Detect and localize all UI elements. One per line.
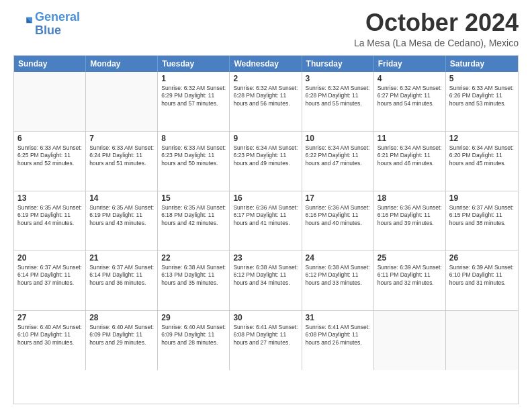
day-number: 4 xyxy=(378,74,442,83)
calendar-cell: 8Sunrise: 6:33 AM Sunset: 6:23 PM Daylig… xyxy=(158,132,230,191)
calendar-cell: 21Sunrise: 6:37 AM Sunset: 6:14 PM Dayli… xyxy=(86,251,158,310)
day-number: 1 xyxy=(161,74,226,83)
calendar-cell xyxy=(374,311,446,370)
day-number: 27 xyxy=(17,313,82,322)
calendar-cell: 1Sunrise: 6:32 AM Sunset: 6:29 PM Daylig… xyxy=(158,72,230,131)
calendar-cell: 18Sunrise: 6:36 AM Sunset: 6:16 PM Dayli… xyxy=(374,191,446,250)
calendar-cell: 19Sunrise: 6:37 AM Sunset: 6:15 PM Dayli… xyxy=(446,191,518,250)
day-number: 2 xyxy=(233,74,298,83)
calendar-cell: 15Sunrise: 6:35 AM Sunset: 6:18 PM Dayli… xyxy=(158,191,230,250)
month-title: October 2024 xyxy=(354,11,519,35)
header: General Blue October 2024 La Mesa (La Me… xyxy=(13,11,519,48)
logo: General Blue xyxy=(13,11,80,38)
header-day-saturday: Saturday xyxy=(446,56,518,72)
day-detail: Sunrise: 6:35 AM Sunset: 6:19 PM Dayligh… xyxy=(89,204,154,227)
day-number: 9 xyxy=(233,134,298,143)
day-number: 20 xyxy=(17,253,82,263)
calendar-cell: 12Sunrise: 6:34 AM Sunset: 6:20 PM Dayli… xyxy=(446,132,518,191)
calendar-cell: 11Sunrise: 6:34 AM Sunset: 6:21 PM Dayli… xyxy=(374,132,446,191)
day-number: 30 xyxy=(233,313,298,322)
day-number: 28 xyxy=(89,313,154,322)
calendar-row-2: 13Sunrise: 6:35 AM Sunset: 6:19 PM Dayli… xyxy=(14,191,518,250)
calendar-cell: 6Sunrise: 6:33 AM Sunset: 6:25 PM Daylig… xyxy=(14,132,86,191)
day-number: 12 xyxy=(449,134,515,143)
day-detail: Sunrise: 6:32 AM Sunset: 6:28 PM Dayligh… xyxy=(306,85,370,107)
day-detail: Sunrise: 6:33 AM Sunset: 6:25 PM Dayligh… xyxy=(17,144,82,167)
header-day-thursday: Thursday xyxy=(302,56,374,72)
day-detail: Sunrise: 6:32 AM Sunset: 6:28 PM Dayligh… xyxy=(233,85,298,107)
calendar-cell: 5Sunrise: 6:33 AM Sunset: 6:26 PM Daylig… xyxy=(446,72,518,131)
day-detail: Sunrise: 6:32 AM Sunset: 6:27 PM Dayligh… xyxy=(378,85,442,107)
calendar-cell: 9Sunrise: 6:34 AM Sunset: 6:23 PM Daylig… xyxy=(230,132,302,191)
day-number: 15 xyxy=(161,193,226,203)
day-detail: Sunrise: 6:40 AM Sunset: 6:09 PM Dayligh… xyxy=(89,324,154,347)
day-number: 26 xyxy=(449,253,515,263)
logo-text: General Blue xyxy=(35,11,80,38)
day-detail: Sunrise: 6:34 AM Sunset: 6:22 PM Dayligh… xyxy=(306,144,370,167)
page: General Blue October 2024 La Mesa (La Me… xyxy=(0,0,532,411)
day-number: 18 xyxy=(378,193,442,203)
calendar-cell: 17Sunrise: 6:36 AM Sunset: 6:16 PM Dayli… xyxy=(302,191,374,250)
day-detail: Sunrise: 6:41 AM Sunset: 6:08 PM Dayligh… xyxy=(233,324,298,347)
calendar-cell: 24Sunrise: 6:38 AM Sunset: 6:12 PM Dayli… xyxy=(302,251,374,310)
calendar-cell: 31Sunrise: 6:41 AM Sunset: 6:08 PM Dayli… xyxy=(302,311,374,370)
logo-icon xyxy=(13,15,32,34)
header-day-sunday: Sunday xyxy=(14,56,86,72)
day-detail: Sunrise: 6:36 AM Sunset: 6:16 PM Dayligh… xyxy=(378,204,442,227)
day-number: 8 xyxy=(161,134,226,143)
day-detail: Sunrise: 6:34 AM Sunset: 6:23 PM Dayligh… xyxy=(233,144,298,167)
header-day-tuesday: Tuesday xyxy=(158,56,230,72)
day-number: 24 xyxy=(306,253,370,263)
calendar-cell: 13Sunrise: 6:35 AM Sunset: 6:19 PM Dayli… xyxy=(14,191,86,250)
day-number: 23 xyxy=(233,253,298,263)
calendar-cell: 29Sunrise: 6:40 AM Sunset: 6:09 PM Dayli… xyxy=(158,311,230,370)
calendar-cell: 14Sunrise: 6:35 AM Sunset: 6:19 PM Dayli… xyxy=(86,191,158,250)
calendar-cell: 16Sunrise: 6:36 AM Sunset: 6:17 PM Dayli… xyxy=(230,191,302,250)
calendar-row-3: 20Sunrise: 6:37 AM Sunset: 6:14 PM Dayli… xyxy=(14,250,518,310)
calendar: SundayMondayTuesdayWednesdayThursdayFrid… xyxy=(13,55,519,404)
title-block: October 2024 La Mesa (La Mesa de Cedano)… xyxy=(354,11,519,48)
day-number: 16 xyxy=(233,193,298,203)
calendar-cell xyxy=(446,311,518,370)
day-detail: Sunrise: 6:35 AM Sunset: 6:18 PM Dayligh… xyxy=(161,204,226,227)
day-number: 14 xyxy=(89,193,154,203)
day-number: 5 xyxy=(449,74,515,83)
header-day-friday: Friday xyxy=(374,56,446,72)
calendar-row-0: 1Sunrise: 6:32 AM Sunset: 6:29 PM Daylig… xyxy=(14,72,518,131)
header-day-wednesday: Wednesday xyxy=(230,56,302,72)
day-detail: Sunrise: 6:34 AM Sunset: 6:20 PM Dayligh… xyxy=(449,144,515,167)
calendar-cell: 25Sunrise: 6:39 AM Sunset: 6:11 PM Dayli… xyxy=(374,251,446,310)
calendar-row-1: 6Sunrise: 6:33 AM Sunset: 6:25 PM Daylig… xyxy=(14,131,518,191)
day-detail: Sunrise: 6:40 AM Sunset: 6:09 PM Dayligh… xyxy=(161,324,226,347)
calendar-cell: 26Sunrise: 6:39 AM Sunset: 6:10 PM Dayli… xyxy=(446,251,518,310)
day-detail: Sunrise: 6:37 AM Sunset: 6:15 PM Dayligh… xyxy=(449,204,515,227)
day-detail: Sunrise: 6:36 AM Sunset: 6:17 PM Dayligh… xyxy=(233,204,298,227)
day-detail: Sunrise: 6:38 AM Sunset: 6:12 PM Dayligh… xyxy=(233,264,298,287)
day-number: 31 xyxy=(306,313,370,322)
day-number: 11 xyxy=(378,134,442,143)
calendar-cell: 7Sunrise: 6:33 AM Sunset: 6:24 PM Daylig… xyxy=(86,132,158,191)
day-number: 17 xyxy=(306,193,370,203)
calendar-cell: 22Sunrise: 6:38 AM Sunset: 6:13 PM Dayli… xyxy=(158,251,230,310)
day-detail: Sunrise: 6:33 AM Sunset: 6:23 PM Dayligh… xyxy=(161,144,226,167)
calendar-body: 1Sunrise: 6:32 AM Sunset: 6:29 PM Daylig… xyxy=(14,72,518,370)
day-detail: Sunrise: 6:40 AM Sunset: 6:10 PM Dayligh… xyxy=(17,324,82,347)
location: La Mesa (La Mesa de Cedano), Mexico xyxy=(354,38,519,48)
day-number: 22 xyxy=(161,253,226,263)
day-detail: Sunrise: 6:36 AM Sunset: 6:16 PM Dayligh… xyxy=(306,204,370,227)
day-number: 6 xyxy=(17,134,82,143)
day-number: 21 xyxy=(89,253,154,263)
day-detail: Sunrise: 6:37 AM Sunset: 6:14 PM Dayligh… xyxy=(17,264,82,287)
day-detail: Sunrise: 6:33 AM Sunset: 6:26 PM Dayligh… xyxy=(449,85,515,107)
calendar-cell: 28Sunrise: 6:40 AM Sunset: 6:09 PM Dayli… xyxy=(86,311,158,370)
calendar-cell: 27Sunrise: 6:40 AM Sunset: 6:10 PM Dayli… xyxy=(14,311,86,370)
calendar-cell: 10Sunrise: 6:34 AM Sunset: 6:22 PM Dayli… xyxy=(302,132,374,191)
calendar-cell: 23Sunrise: 6:38 AM Sunset: 6:12 PM Dayli… xyxy=(230,251,302,310)
calendar-row-4: 27Sunrise: 6:40 AM Sunset: 6:10 PM Dayli… xyxy=(14,310,518,370)
day-number: 29 xyxy=(161,313,226,322)
day-detail: Sunrise: 6:38 AM Sunset: 6:13 PM Dayligh… xyxy=(161,264,226,287)
header-day-monday: Monday xyxy=(86,56,158,72)
day-detail: Sunrise: 6:32 AM Sunset: 6:29 PM Dayligh… xyxy=(161,85,226,107)
calendar-cell: 2Sunrise: 6:32 AM Sunset: 6:28 PM Daylig… xyxy=(230,72,302,131)
calendar-cell: 4Sunrise: 6:32 AM Sunset: 6:27 PM Daylig… xyxy=(374,72,446,131)
